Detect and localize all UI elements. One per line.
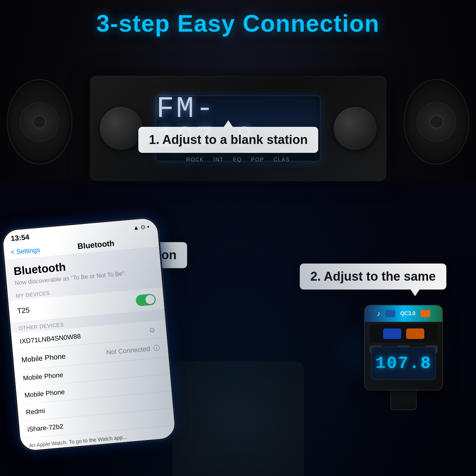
- step2-text: 2. Adjust to the same: [310, 269, 436, 283]
- step1-text: 1. Adjust to a blank station: [149, 133, 308, 147]
- phone-status-icons: ▲ ⊙ ▪: [133, 223, 150, 232]
- transmitter-usb-blue: [385, 310, 395, 317]
- music-note-icon: ♪: [377, 309, 380, 318]
- device-2-info-icon[interactable]: ⓘ: [153, 343, 160, 353]
- radio-knob-left: [100, 107, 143, 150]
- device-name-t25: T25: [17, 296, 136, 315]
- fm-transmitter: ♪ QC3.0 107.8: [357, 305, 450, 410]
- speaker-center-right: [430, 115, 443, 128]
- bluetooth-toggle[interactable]: [135, 294, 156, 306]
- radio-labels: ROCK INT EQ POP CLAS: [186, 157, 290, 163]
- smartphone: 13:54 ▲ ⊙ ▪ < Settings Bluetooth Bluetoo…: [0, 216, 177, 453]
- phone-time: 13:54: [11, 233, 30, 243]
- speaker-right: [404, 79, 469, 165]
- radio-knob-right: [334, 107, 377, 150]
- step2-label: 2. Adjust to the same: [300, 264, 446, 290]
- usb-port-orange: [406, 328, 424, 339]
- transmitter-top-stripe: ♪ QC3.0: [365, 305, 442, 322]
- transmitter-body: ♪ QC3.0 107.8: [364, 305, 443, 390]
- step1-label: 1. Adjust to a blank station: [138, 127, 318, 153]
- usb-port-blue: [383, 328, 401, 339]
- speaker-inner-left: [20, 102, 59, 142]
- main-title: 3-step Easy Connection: [0, 10, 476, 37]
- speaker-left: [7, 79, 72, 165]
- radio-label-rock: ROCK: [186, 157, 204, 163]
- center-console: [172, 361, 304, 476]
- device-2-status: Not Connected: [106, 345, 151, 356]
- transmitter-usb-area: [370, 324, 437, 343]
- transmitter-display: 107.8: [371, 347, 436, 380]
- speaker-center-left: [33, 115, 46, 128]
- radio-label-int: INT: [213, 157, 224, 163]
- transmitter-usb-orange: [420, 310, 430, 317]
- radio-label-pop: POP: [251, 157, 264, 163]
- phone-back-button[interactable]: < Settings: [10, 246, 40, 256]
- device-1-status: ⊙: [149, 326, 155, 334]
- speaker-inner-right: [417, 102, 456, 142]
- radio-label-eq: EQ: [233, 157, 242, 163]
- qc-label: QC3.0: [400, 311, 415, 317]
- transmitter-frequency: 107.8: [375, 354, 432, 373]
- other-device-2-name: Mobile Phone: [21, 348, 107, 364]
- radio-label-clas: CLAS: [273, 157, 290, 163]
- phone-screen: 13:54 ▲ ⊙ ▪ < Settings Bluetooth Bluetoo…: [2, 218, 176, 451]
- transmitter-plug: [390, 390, 417, 410]
